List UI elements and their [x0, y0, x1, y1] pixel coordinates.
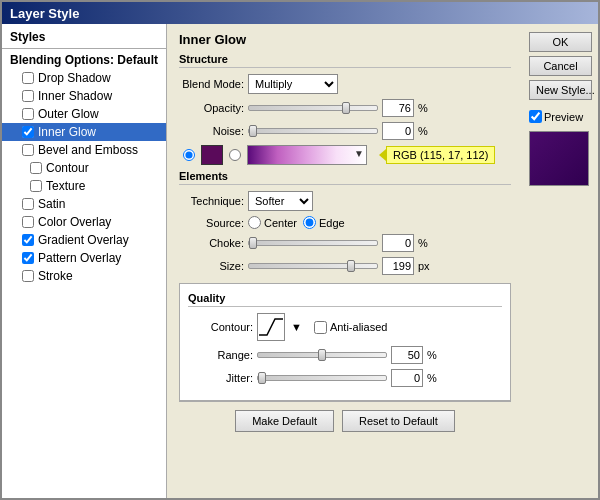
sidebar-item-bevel-emboss[interactable]: Bevel and Emboss [2, 141, 166, 159]
solid-color-radio[interactable] [183, 149, 195, 161]
new-style-button[interactable]: New Style... [529, 80, 592, 100]
sidebar-item-contour[interactable]: Contour [2, 159, 166, 177]
choke-slider-track[interactable] [248, 240, 378, 246]
inner-shadow-label: Inner Shadow [38, 89, 112, 103]
noise-slider-thumb[interactable] [249, 125, 257, 137]
gradient-radio[interactable] [229, 149, 241, 161]
choke-input[interactable] [382, 234, 414, 252]
side-buttons: OK Cancel New Style... Preview [523, 24, 598, 498]
noise-input[interactable] [382, 122, 414, 140]
pattern-overlay-label: Pattern Overlay [38, 251, 121, 265]
source-edge-label[interactable]: Edge [303, 216, 345, 229]
range-input[interactable] [391, 346, 423, 364]
inner-glow-checkbox[interactable] [22, 126, 34, 138]
outer-glow-checkbox[interactable] [22, 108, 34, 120]
blend-mode-select[interactable]: Multiply Normal Screen [248, 74, 338, 94]
sidebar-item-gradient-overlay[interactable]: Gradient Overlay [2, 231, 166, 249]
color-overlay-checkbox[interactable] [22, 216, 34, 228]
opacity-input[interactable] [382, 99, 414, 117]
preview-label[interactable]: Preview [529, 110, 592, 123]
bevel-emboss-label: Bevel and Emboss [38, 143, 138, 157]
jitter-slider-track[interactable] [257, 375, 387, 381]
sidebar-item-pattern-overlay[interactable]: Pattern Overlay [2, 249, 166, 267]
source-center-radio[interactable] [248, 216, 261, 229]
sidebar-item-satin[interactable]: Satin [2, 195, 166, 213]
range-label: Range: [188, 349, 253, 361]
color-tooltip: RGB (115, 17, 112) [386, 146, 495, 164]
satin-checkbox[interactable] [22, 198, 34, 210]
title-bar: Layer Style [2, 2, 598, 24]
gradient-overlay-checkbox[interactable] [22, 234, 34, 246]
sidebar-item-inner-glow[interactable]: Inner Glow [2, 123, 166, 141]
contour-curve-icon [259, 315, 283, 339]
anti-aliased-label[interactable]: Anti-aliased [314, 321, 387, 334]
preview-checkbox[interactable] [529, 110, 542, 123]
source-center-label[interactable]: Center [248, 216, 297, 229]
texture-checkbox[interactable] [30, 180, 42, 192]
pattern-overlay-checkbox[interactable] [22, 252, 34, 264]
sidebar-item-inner-shadow[interactable]: Inner Shadow [2, 87, 166, 105]
bottom-buttons: Make Default Reset to Default [179, 401, 511, 440]
contour-dropdown-arrow[interactable]: ▼ [291, 321, 302, 333]
bevel-emboss-checkbox[interactable] [22, 144, 34, 156]
inner-glow-label: Inner Glow [38, 125, 96, 139]
gradient-arrow-icon: ▼ [354, 148, 364, 159]
jitter-row: Jitter: % [188, 369, 502, 387]
cancel-button[interactable]: Cancel [529, 56, 592, 76]
size-row: Size: px [179, 257, 511, 275]
gradient-swatch[interactable]: ▼ [247, 145, 367, 165]
sidebar-item-drop-shadow[interactable]: Drop Shadow [2, 69, 166, 87]
color-overlay-label: Color Overlay [38, 215, 111, 229]
blend-mode-row: Blend Mode: Multiply Normal Screen [179, 74, 511, 94]
sidebar-item-color-overlay[interactable]: Color Overlay [2, 213, 166, 231]
technique-select[interactable]: Softer Precise [248, 191, 313, 211]
opacity-slider-track[interactable] [248, 105, 378, 111]
anti-aliased-checkbox[interactable] [314, 321, 327, 334]
reset-to-default-button[interactable]: Reset to Default [342, 410, 455, 432]
drop-shadow-checkbox[interactable] [22, 72, 34, 84]
sidebar-item-blending-options[interactable]: Blending Options: Default [2, 51, 166, 69]
range-slider-track[interactable] [257, 352, 387, 358]
sidebar-item-texture[interactable]: Texture [2, 177, 166, 195]
noise-slider-track[interactable] [248, 128, 378, 134]
contour-row: Contour: ▼ Anti-aliased [188, 313, 502, 341]
source-edge-text: Edge [319, 217, 345, 229]
source-center-text: Center [264, 217, 297, 229]
jitter-input[interactable] [391, 369, 423, 387]
quality-title: Quality [188, 292, 502, 307]
layer-style-dialog: Layer Style Styles Blending Options: Def… [0, 0, 600, 500]
contour-label: Contour [46, 161, 89, 175]
contour-checkbox[interactable] [30, 162, 42, 174]
sidebar-item-stroke[interactable]: Stroke [2, 267, 166, 285]
noise-unit: % [418, 125, 428, 137]
inner-shadow-checkbox[interactable] [22, 90, 34, 102]
source-row: Source: Center Edge [179, 216, 511, 229]
styles-header[interactable]: Styles [2, 28, 166, 49]
size-slider-track[interactable] [248, 263, 378, 269]
range-unit: % [427, 349, 437, 361]
blend-mode-label: Blend Mode: [179, 78, 244, 90]
dialog-body: Styles Blending Options: Default Drop Sh… [2, 24, 598, 498]
source-edge-radio[interactable] [303, 216, 316, 229]
opacity-label: Opacity: [179, 102, 244, 114]
structure-title: Structure [179, 53, 511, 68]
size-input[interactable] [382, 257, 414, 275]
color-swatch[interactable] [201, 145, 223, 165]
jitter-slider-thumb[interactable] [258, 372, 266, 384]
range-slider-thumb[interactable] [318, 349, 326, 361]
contour-thumbnail[interactable] [257, 313, 285, 341]
ok-button[interactable]: OK [529, 32, 592, 52]
preview-thumbnail [529, 131, 589, 186]
make-default-button[interactable]: Make Default [235, 410, 334, 432]
gradient-overlay-label: Gradient Overlay [38, 233, 129, 247]
stroke-label: Stroke [38, 269, 73, 283]
stroke-checkbox[interactable] [22, 270, 34, 282]
size-unit: px [418, 260, 430, 272]
opacity-slider-thumb[interactable] [342, 102, 350, 114]
range-row: Range: % [188, 346, 502, 364]
source-options: Center Edge [248, 216, 345, 229]
choke-slider-thumb[interactable] [249, 237, 257, 249]
size-slider-thumb[interactable] [347, 260, 355, 272]
technique-row: Technique: Softer Precise [179, 191, 511, 211]
sidebar-item-outer-glow[interactable]: Outer Glow [2, 105, 166, 123]
